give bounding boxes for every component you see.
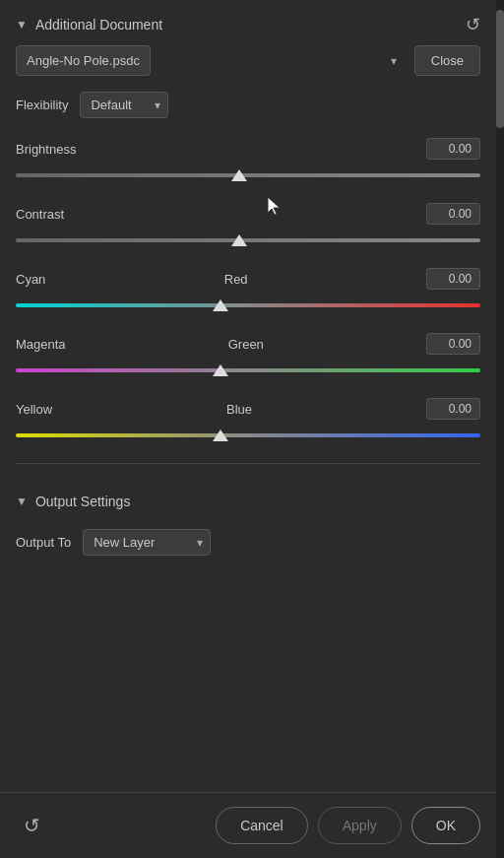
brightness-track — [16, 165, 480, 185]
output-to-select[interactable]: New Layer Smart Object New Document Docu… — [83, 529, 211, 556]
contrast-track — [16, 231, 480, 250]
brightness-slider-row: Brightness 0.00 — [16, 138, 480, 185]
file-select-wrapper: Angle-No Pole.psdc — [16, 45, 407, 76]
scrollbar[interactable] — [496, 0, 504, 858]
blue-label: Blue — [226, 402, 252, 417]
contrast-label: Contrast — [16, 207, 64, 222]
ok-button[interactable]: OK — [411, 807, 480, 844]
brightness-value[interactable]: 0.00 — [426, 138, 480, 160]
cyan-red-value[interactable]: 0.00 — [426, 268, 480, 290]
bottom-bar: ↺ Cancel Apply OK — [0, 792, 496, 858]
scrollbar-thumb[interactable] — [496, 10, 504, 128]
magenta-green-slider-row: Magenta Green 0.00 — [16, 333, 480, 380]
magenta-green-thumb[interactable] — [213, 364, 228, 376]
flexibility-label: Flexibility — [16, 98, 68, 112]
yellow-blue-track — [16, 426, 480, 445]
contrast-slider-row: Contrast 0.00 — [16, 203, 480, 250]
cyan-red-thumb[interactable] — [213, 299, 228, 311]
magenta-label: Magenta — [16, 337, 66, 352]
yellow-label: Yellow — [16, 402, 52, 417]
divider — [16, 463, 480, 464]
bottom-reset-button[interactable]: ↺ — [16, 810, 48, 841]
reset-icon[interactable]: ↺ — [466, 14, 480, 35]
brightness-thumb[interactable] — [231, 169, 247, 181]
red-label: Red — [224, 272, 248, 287]
brightness-label: Brightness — [16, 142, 76, 157]
cyan-red-track — [16, 296, 480, 315]
output-to-label: Output To — [16, 535, 71, 550]
cancel-button[interactable]: Cancel — [216, 807, 308, 844]
magenta-green-track — [16, 361, 480, 380]
output-chevron-icon[interactable]: ▼ — [16, 495, 28, 508]
output-to-row: Output To New Layer Smart Object New Doc… — [16, 529, 480, 556]
flexibility-select-wrapper: Default Low Medium High — [80, 92, 168, 118]
chevron-icon[interactable]: ▼ — [16, 18, 28, 32]
additional-document-header: ▼ Additional Document ↺ — [16, 0, 480, 45]
output-settings-header: ▼ Output Settings — [16, 480, 480, 519]
cyan-red-slider-row: Cyan Red 0.00 — [16, 268, 480, 315]
contrast-value[interactable]: 0.00 — [426, 203, 480, 225]
close-button[interactable]: Close — [414, 45, 480, 76]
bottom-actions: Cancel Apply OK — [216, 807, 480, 844]
cyan-label: Cyan — [16, 272, 45, 287]
file-row: Angle-No Pole.psdc Close — [16, 45, 480, 76]
apply-button: Apply — [318, 807, 402, 844]
output-select-wrapper: New Layer Smart Object New Document Docu… — [83, 529, 211, 556]
flexibility-row: Flexibility Default Low Medium High — [16, 92, 480, 118]
output-settings-section: ▼ Output Settings Output To New Layer Sm… — [16, 480, 480, 556]
yellow-blue-value[interactable]: 0.00 — [426, 398, 480, 420]
flexibility-select[interactable]: Default Low Medium High — [80, 92, 168, 118]
green-label: Green — [228, 337, 264, 352]
output-section-title: Output Settings — [35, 494, 131, 509]
contrast-thumb[interactable] — [231, 234, 247, 246]
yellow-blue-thumb[interactable] — [213, 429, 228, 441]
magenta-green-value[interactable]: 0.00 — [426, 333, 480, 355]
section-title: Additional Document — [35, 17, 162, 33]
main-panel: ▼ Additional Document ↺ Angle-No Pole.ps… — [0, 0, 504, 858]
yellow-blue-slider-row: Yellow Blue 0.00 — [16, 398, 480, 445]
file-select[interactable]: Angle-No Pole.psdc — [16, 45, 151, 76]
